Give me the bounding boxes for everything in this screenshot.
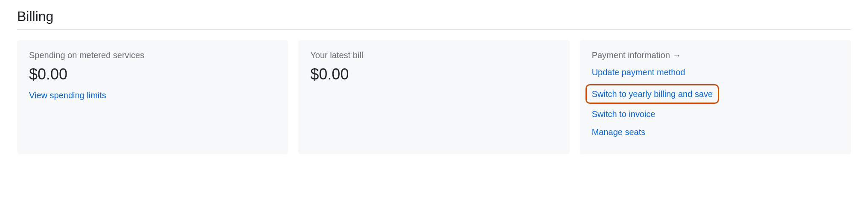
update-payment-method-link[interactable]: Update payment method: [592, 66, 839, 78]
switch-yearly-billing-link[interactable]: Switch to yearly billing and save: [592, 88, 713, 100]
view-spending-limits-link[interactable]: View spending limits: [29, 89, 276, 101]
billing-cards-row: Spending on metered services $0.00 View …: [17, 40, 851, 154]
latest-bill-amount: $0.00: [310, 65, 557, 83]
switch-to-invoice-link[interactable]: Switch to invoice: [592, 108, 839, 120]
arrow-right-icon: →: [673, 50, 681, 60]
spending-card: Spending on metered services $0.00 View …: [17, 40, 288, 154]
latest-bill-title: Your latest bill: [310, 50, 557, 60]
payment-info-title-text: Payment information: [592, 50, 670, 60]
latest-bill-card: Your latest bill $0.00: [298, 40, 569, 154]
spending-card-title: Spending on metered services: [29, 50, 276, 60]
payment-info-card: Payment information → Update payment met…: [580, 40, 851, 154]
page-title: Billing: [17, 9, 851, 30]
spending-amount: $0.00: [29, 65, 276, 83]
manage-seats-link[interactable]: Manage seats: [592, 126, 839, 138]
payment-information-link[interactable]: Payment information →: [592, 50, 681, 60]
highlight-box: Switch to yearly billing and save: [585, 84, 719, 104]
